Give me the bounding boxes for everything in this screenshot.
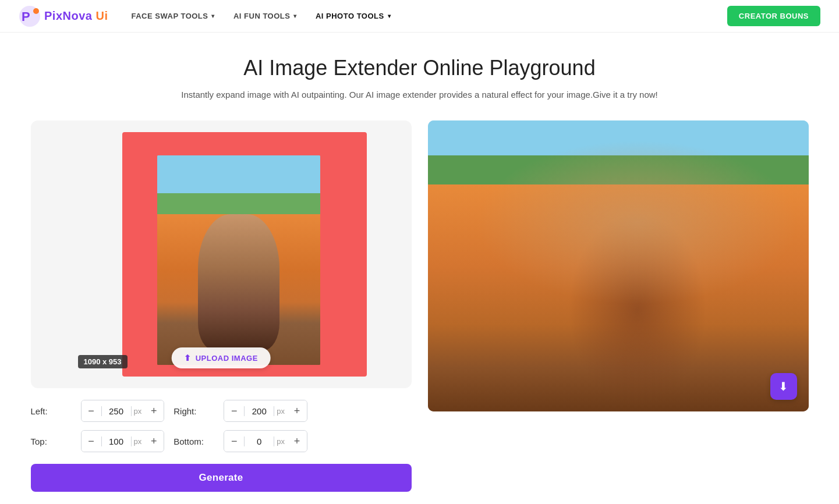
control-row-left-right: Left: − px + Right: − px + <box>31 400 412 422</box>
logo-text: PixNova Ui <box>44 9 108 23</box>
svg-text:P: P <box>22 9 30 24</box>
top-input-group: − px + <box>81 430 165 452</box>
result-photo-art <box>428 120 809 411</box>
creator-bonus-button[interactable]: CREATOR BOUNS <box>727 6 820 26</box>
bottom-decrement-button[interactable]: − <box>224 430 244 452</box>
photo-art <box>157 155 320 365</box>
bottom-label: Bottom: <box>174 436 214 446</box>
left-input-group: − px + <box>81 400 165 422</box>
right-decrement-button[interactable]: − <box>224 400 244 422</box>
bottom-px-label: px <box>274 437 287 446</box>
top-px-label: px <box>132 437 144 446</box>
left-px-label: px <box>132 407 144 416</box>
top-label: Top: <box>31 436 72 446</box>
svg-point-2 <box>33 8 39 14</box>
top-value-input[interactable] <box>101 436 132 446</box>
figure-overlay <box>428 120 809 411</box>
right-increment-button[interactable]: + <box>287 400 307 422</box>
main-content: AI Image Extender Online Playground Inst… <box>12 33 827 504</box>
logo-icon: P <box>19 5 41 27</box>
nav-ai-fun-tools[interactable]: AI FUN TOOLS ▾ <box>233 12 297 20</box>
page-title: AI Image Extender Online Playground <box>31 56 809 80</box>
main-nav: FACE SWAP TOOLS ▾ AI FUN TOOLS ▾ AI PHOT… <box>131 12 727 20</box>
right-panel: ⬇ <box>428 120 809 411</box>
logo[interactable]: P PixNova Ui <box>19 5 108 27</box>
header: P PixNova Ui FACE SWAP TOOLS ▾ AI FUN TO… <box>0 0 839 33</box>
bottom-increment-button[interactable]: + <box>287 430 307 452</box>
chevron-down-icon: ▾ <box>293 13 297 19</box>
controls: Left: − px + Right: − px + <box>31 400 412 492</box>
right-value-input[interactable] <box>244 406 274 416</box>
top-decrement-button[interactable]: − <box>82 430 101 452</box>
right-px-label: px <box>274 407 287 416</box>
upload-icon: ⬆ <box>184 353 192 363</box>
chevron-down-icon: ▾ <box>211 13 215 19</box>
chevron-down-icon: ▾ <box>388 13 391 19</box>
left-increment-button[interactable]: + <box>144 400 164 422</box>
left-decrement-button[interactable]: − <box>82 400 101 422</box>
left-label: Left: <box>31 406 72 416</box>
bottom-value-input[interactable] <box>244 436 274 446</box>
image-canvas-wrapper: 1090 x 953 ⬆ UPLOAD IMAGE <box>31 120 412 388</box>
generate-button[interactable]: Generate <box>31 464 412 492</box>
left-panel: 1090 x 953 ⬆ UPLOAD IMAGE Left: − <box>31 120 412 492</box>
image-size-badge: 1090 x 953 <box>78 355 128 368</box>
page-subtitle: Instantly expand image with AI outpainti… <box>31 90 809 100</box>
right-input-group: − px + <box>224 400 307 422</box>
download-button[interactable]: ⬇ <box>770 373 797 400</box>
right-label: Right: <box>174 406 214 416</box>
canvas-area: 1090 x 953 ⬆ UPLOAD IMAGE <box>76 132 367 377</box>
left-value-input[interactable] <box>101 406 132 416</box>
bottom-input-group: − px + <box>224 430 307 452</box>
nav-ai-photo-tools[interactable]: AI PHOTO TOOLS ▾ <box>316 12 391 20</box>
download-icon: ⬇ <box>778 379 788 393</box>
control-row-top-bottom: Top: − px + Bottom: − px + <box>31 430 412 452</box>
source-image <box>157 155 320 365</box>
upload-image-button[interactable]: ⬆ UPLOAD IMAGE <box>171 347 271 368</box>
top-increment-button[interactable]: + <box>144 430 164 452</box>
workspace: 1090 x 953 ⬆ UPLOAD IMAGE Left: − <box>31 120 809 492</box>
nav-face-swap-tools[interactable]: FACE SWAP TOOLS ▾ <box>131 12 214 20</box>
result-image: ⬇ <box>428 120 809 411</box>
